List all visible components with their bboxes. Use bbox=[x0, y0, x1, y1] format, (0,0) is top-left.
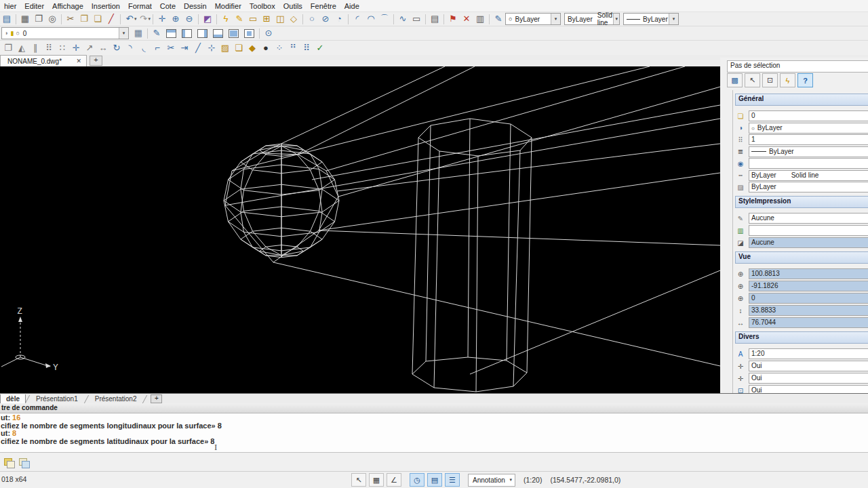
rectangle-icon[interactable]: ▭ bbox=[246, 13, 260, 25]
new-document-tab-button[interactable]: + bbox=[90, 56, 102, 66]
chevron-down-icon[interactable]: ▾ bbox=[551, 14, 560, 24]
annotation-scale-field[interactable]: 1:20 bbox=[749, 348, 868, 359]
layout-tab-prsentation2[interactable]: Présentation2 bbox=[88, 394, 144, 403]
cut-icon[interactable]: ✂ bbox=[64, 13, 77, 25]
height-field[interactable]: 33.8833 bbox=[749, 305, 868, 316]
chevron-down-icon[interactable]: ▾ bbox=[613, 14, 619, 24]
linestyle-field[interactable]: ByLayerSolid line bbox=[749, 170, 868, 181]
menu-item-dessin[interactable]: Dessin bbox=[180, 1, 211, 11]
pattern-icon[interactable]: ⠿ bbox=[42, 42, 56, 54]
layout-tab-dle[interactable]: dèle bbox=[0, 394, 26, 404]
split-icon[interactable]: ╱ bbox=[191, 42, 205, 54]
flag-icon[interactable]: ⚑ bbox=[446, 13, 460, 25]
paste-icon[interactable]: ❏ bbox=[91, 13, 104, 25]
edit-icon[interactable]: ✎ bbox=[492, 13, 505, 25]
chevron-down-icon[interactable]: ▾ bbox=[669, 14, 678, 24]
width-field[interactable]: 76.7044 bbox=[749, 317, 868, 328]
zoom-out-icon[interactable]: ⊖ bbox=[182, 13, 196, 25]
ucs-axes-field[interactable]: Oui bbox=[749, 361, 868, 371]
section-header-styleimpression[interactable]: StyleImpression bbox=[735, 196, 868, 208]
menu-item-fentre[interactable]: Fenêtre bbox=[307, 1, 340, 11]
explode-icon[interactable]: ● bbox=[259, 42, 273, 54]
rotate-icon[interactable]: ↻ bbox=[110, 42, 123, 54]
menu-item-modifier[interactable]: Modifier bbox=[211, 1, 245, 11]
line-style-combo[interactable]: ByLayer Solid line ▾ bbox=[564, 13, 620, 25]
layer-combo[interactable]: ◗▮○ 0 ▾ bbox=[1, 27, 129, 39]
sheet-icon[interactable]: ▤ bbox=[428, 13, 441, 25]
sketch-icon[interactable]: ✎ bbox=[233, 13, 246, 25]
trim-icon[interactable]: ✂ bbox=[164, 42, 178, 54]
tray-pages-icon[interactable] bbox=[4, 458, 16, 468]
pen-edit-icon[interactable]: ✎ bbox=[150, 27, 163, 39]
select-window-icon[interactable]: ⊡ bbox=[762, 73, 778, 87]
check-icon[interactable]: ✓ bbox=[313, 42, 327, 54]
extend-icon[interactable]: ⇥ bbox=[178, 42, 191, 54]
print-config-icon[interactable]: ▦ bbox=[132, 27, 145, 39]
quick-style-icon[interactable]: ϟ bbox=[780, 73, 795, 87]
print-icon[interactable]: ▦ bbox=[18, 13, 32, 25]
points-icon[interactable]: ⁘ bbox=[273, 42, 286, 54]
menu-item-cote[interactable]: Cote bbox=[156, 1, 180, 11]
layer-field[interactable]: 0 bbox=[749, 110, 868, 121]
select-settings-icon[interactable]: ▩ bbox=[727, 73, 743, 87]
menu-item-format[interactable]: Format bbox=[124, 1, 156, 11]
circle-diameter-icon[interactable]: ⊘ bbox=[319, 13, 332, 25]
lineweight-field[interactable]: ByLayer bbox=[749, 146, 868, 157]
add-layout-tab-button[interactable]: + bbox=[151, 394, 162, 403]
arc-icon[interactable]: ◠ bbox=[364, 13, 378, 25]
camera-z-field[interactable]: 0 bbox=[749, 293, 868, 304]
line-color-field[interactable]: ○ByLayer bbox=[749, 123, 868, 134]
print-table-field[interactable]: Aucune bbox=[749, 237, 868, 248]
circle-icon[interactable]: ○ bbox=[305, 13, 319, 25]
ucs-origin-field[interactable]: Oui bbox=[749, 373, 868, 384]
smart-dimension-icon[interactable]: ϟ bbox=[219, 13, 233, 25]
menu-item-toolbox[interactable]: Toolbox bbox=[245, 1, 279, 11]
properties-painter-icon[interactable]: ◩ bbox=[201, 13, 214, 25]
chevron-down-icon[interactable]: ▾ bbox=[119, 28, 128, 39]
viewport-icon[interactable]: ⊞ bbox=[260, 13, 273, 25]
save-icon[interactable]: ▤ bbox=[0, 13, 14, 25]
transparency-field[interactable]: ByLayer bbox=[749, 182, 868, 192]
columns-icon[interactable]: ◫ bbox=[273, 13, 287, 25]
note-icon[interactable]: ▭ bbox=[410, 13, 423, 25]
polyline-icon[interactable]: ⌒ bbox=[378, 13, 391, 25]
annotation-autoscale-icon[interactable]: ▤ bbox=[427, 473, 442, 487]
shell-icon[interactable]: ◆ bbox=[245, 42, 259, 54]
command-input-area[interactable] bbox=[0, 453, 868, 471]
close-icon[interactable]: ✕ bbox=[74, 58, 83, 64]
tray-copy-icon[interactable] bbox=[19, 458, 31, 468]
zoom-previous-icon[interactable]: ⊙ bbox=[262, 27, 275, 39]
document-tab[interactable]: NONAME_0.dwg* ✕ bbox=[0, 55, 87, 66]
line-color-combo[interactable]: ○ ByLayer ▾ bbox=[505, 13, 561, 25]
spline-icon[interactable]: ∿ bbox=[396, 13, 410, 25]
pan-icon[interactable]: ✛ bbox=[155, 13, 169, 25]
offset-icon[interactable]: ∥ bbox=[28, 42, 42, 54]
section-header-divers[interactable]: Divers bbox=[735, 331, 868, 344]
scale-icon[interactable]: ↗ bbox=[83, 42, 96, 54]
print-preview-icon[interactable]: ◎ bbox=[45, 13, 59, 25]
menu-item-editer[interactable]: Editer bbox=[20, 1, 48, 11]
redo-icon-dropdown[interactable]: ▾ bbox=[149, 16, 151, 22]
annotation-visibility-icon[interactable]: ◷ bbox=[410, 473, 425, 487]
command-window-header[interactable]: tre de commande bbox=[0, 403, 868, 413]
menu-item-aide[interactable]: Aide bbox=[340, 1, 363, 11]
delete-icon[interactable]: ✕ bbox=[460, 13, 473, 25]
grid2-icon[interactable]: ⠿ bbox=[300, 42, 313, 54]
selection-status-combo[interactable]: Pas de sélection bbox=[727, 60, 868, 73]
polygon-icon[interactable]: ◇ bbox=[287, 13, 300, 25]
pointer-mode-icon[interactable]: ↖ bbox=[351, 473, 366, 487]
annotation-scale-combo[interactable]: Annotation ▾ bbox=[468, 474, 515, 487]
print-batch-icon[interactable]: ❐ bbox=[32, 13, 45, 25]
layers-panel-icon[interactable]: ▥ bbox=[473, 13, 487, 25]
format-painter-icon[interactable]: ╱ bbox=[104, 13, 118, 25]
camera-y-field[interactable]: -91.1826 bbox=[749, 281, 868, 291]
mirror-icon[interactable]: ◭ bbox=[15, 42, 28, 54]
select-cursor-icon[interactable]: ↖ bbox=[745, 73, 760, 87]
circle-arc-icon[interactable]: ◔ bbox=[332, 13, 346, 25]
section-header-vue[interactable]: Vue bbox=[735, 251, 868, 264]
move-icon[interactable]: ✛ bbox=[69, 42, 83, 54]
stretch-icon[interactable]: ↔ bbox=[96, 42, 110, 54]
command-history[interactable]: ut: 16cifiez le nombre de segments longi… bbox=[0, 413, 868, 453]
print-style-field[interactable]: Aucune bbox=[749, 213, 868, 224]
menu-item-insertion[interactable]: Insertion bbox=[87, 1, 124, 11]
